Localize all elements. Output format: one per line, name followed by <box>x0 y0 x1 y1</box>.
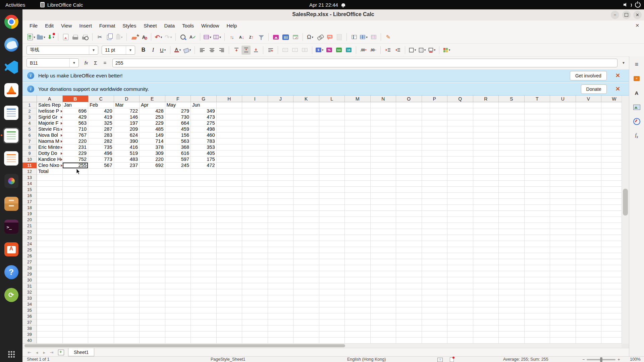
cell[interactable] <box>447 175 473 181</box>
cell[interactable] <box>319 259 345 265</box>
freeze-rows-columns-icon[interactable] <box>350 33 359 42</box>
cell[interactable] <box>422 301 448 307</box>
cell[interactable] <box>242 181 268 187</box>
cell[interactable] <box>550 319 576 325</box>
cell[interactable] <box>242 319 268 325</box>
cell[interactable] <box>601 205 622 211</box>
cell[interactable] <box>473 289 499 295</box>
cell[interactable] <box>525 126 550 132</box>
cell[interactable]: Mar <box>114 102 140 108</box>
delete-decimal-icon[interactable]: .00− <box>369 46 378 55</box>
cell[interactable] <box>217 181 243 187</box>
cell[interactable] <box>525 138 550 144</box>
cell[interactable] <box>601 150 622 157</box>
cell[interactable] <box>447 132 473 138</box>
cell[interactable] <box>63 193 89 199</box>
cell[interactable] <box>114 283 140 289</box>
cell[interactable] <box>550 114 576 120</box>
row-header-15[interactable]: 15 <box>22 187 37 193</box>
cell[interactable] <box>217 307 243 313</box>
comment-icon[interactable] <box>325 33 334 42</box>
cell[interactable] <box>499 150 525 157</box>
cell[interactable] <box>576 331 602 338</box>
select-all-corner[interactable] <box>22 96 37 102</box>
cell[interactable]: 325 <box>88 120 114 126</box>
cell[interactable] <box>191 283 217 289</box>
cell[interactable] <box>191 319 217 325</box>
cell[interactable] <box>345 169 371 175</box>
formula-input[interactable]: 255 <box>112 59 618 67</box>
cell[interactable] <box>447 253 473 259</box>
close-button[interactable]: ✕ <box>633 11 642 19</box>
cell[interactable] <box>217 114 243 120</box>
column-header-R[interactable]: R <box>473 96 499 102</box>
cell[interactable] <box>473 325 499 331</box>
cell[interactable] <box>422 265 448 271</box>
cell[interactable] <box>114 241 140 247</box>
cell[interactable] <box>345 126 371 132</box>
cell[interactable] <box>396 338 422 344</box>
vertical-scrollbar-thumb[interactable] <box>623 189 628 216</box>
cell[interactable] <box>576 223 602 229</box>
cell[interactable] <box>165 205 191 211</box>
cell[interactable]: 146 <box>114 114 140 120</box>
cell[interactable] <box>422 283 448 289</box>
cell[interactable] <box>140 199 165 205</box>
cell[interactable] <box>576 108 602 114</box>
cell[interactable]: 735 <box>88 144 114 150</box>
cell[interactable]: 237 <box>114 163 140 169</box>
cell[interactable] <box>525 307 550 313</box>
gallery-icon[interactable] <box>632 103 641 112</box>
cell[interactable] <box>525 265 550 271</box>
cell[interactable] <box>268 253 294 259</box>
cell[interactable] <box>371 319 396 325</box>
cell[interactable] <box>345 132 371 138</box>
styles-icon[interactable]: A <box>632 88 641 98</box>
cell[interactable]: 692 <box>140 163 165 169</box>
special-character-icon[interactable]: Ω▾ <box>306 33 315 42</box>
close-document-icon[interactable]: ✕ <box>635 20 639 31</box>
cell[interactable]: 275 <box>191 120 217 126</box>
cell[interactable] <box>293 295 319 301</box>
cell[interactable] <box>473 193 499 199</box>
dock-item-help[interactable]: ? <box>3 264 19 280</box>
merge-and-center-icon[interactable] <box>281 46 290 55</box>
cell[interactable] <box>268 150 294 157</box>
cell[interactable] <box>319 289 345 295</box>
cell[interactable] <box>601 138 622 144</box>
column-header-K[interactable]: K <box>293 96 319 102</box>
cell[interactable] <box>396 331 422 338</box>
cell[interactable] <box>165 193 191 199</box>
cell[interactable] <box>396 253 422 259</box>
export-pdf-icon[interactable]: A <box>61 33 70 42</box>
cell[interactable] <box>550 325 576 331</box>
cell[interactable] <box>242 108 268 114</box>
cell[interactable] <box>576 175 602 181</box>
cell[interactable] <box>447 150 473 157</box>
cell[interactable] <box>422 169 448 175</box>
cell[interactable] <box>319 132 345 138</box>
cell[interactable] <box>319 247 345 253</box>
row-header-13[interactable]: 13 <box>22 175 37 181</box>
undo-icon[interactable]: ↶▾ <box>154 33 163 42</box>
cell[interactable] <box>114 223 140 229</box>
cell[interactable] <box>499 205 525 211</box>
row-header-24[interactable]: 24 <box>22 241 37 247</box>
cell[interactable] <box>319 295 345 301</box>
cell[interactable] <box>88 265 114 271</box>
cell[interactable] <box>217 235 243 241</box>
cell[interactable] <box>63 319 89 325</box>
cell[interactable] <box>114 193 140 199</box>
cell[interactable] <box>396 132 422 138</box>
cell[interactable] <box>268 126 294 132</box>
cell[interactable] <box>165 169 191 175</box>
cell[interactable] <box>140 205 165 211</box>
cell[interactable] <box>191 265 217 271</box>
cell[interactable]: 229 <box>63 150 89 157</box>
cell[interactable] <box>447 126 473 132</box>
cell[interactable] <box>550 229 576 235</box>
cell[interactable] <box>499 169 525 175</box>
cell[interactable] <box>319 205 345 211</box>
cell[interactable] <box>525 217 550 223</box>
row-header-27[interactable]: 27 <box>22 259 37 265</box>
